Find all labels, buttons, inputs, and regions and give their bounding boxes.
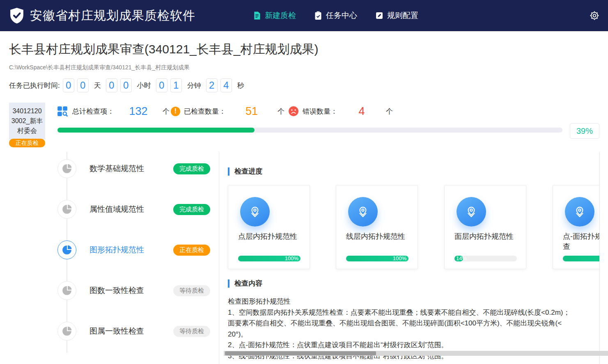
accent-bar — [228, 167, 229, 176]
village-tab[interactable]: 340121203002_新丰村委会 — [9, 103, 45, 140]
nav-label: 规则配置 — [387, 10, 418, 21]
timer-unit-day: 天 — [94, 81, 101, 90]
progress-percent-box: 39% — [570, 123, 599, 139]
page-title: 长丰县村庄规划成果审查(340121_长丰县_村庄规划成果) — [9, 41, 318, 58]
card-percent: 100% — [393, 256, 406, 261]
stage-status-badge: 等待质检 — [173, 285, 210, 296]
checklist-item-graphic-topology[interactable]: 图形拓扑规范性 正在质检 — [57, 240, 210, 259]
error-count-value: 4 — [337, 105, 386, 118]
settings-gear-icon[interactable] — [589, 10, 600, 21]
checklist-item-math-foundation[interactable]: 数学基础规范性 完成质检 — [57, 159, 210, 178]
stage-status-badge: 完成质检 — [173, 204, 210, 215]
timer-unit-hour: 小时 — [137, 81, 151, 90]
timer-digit: 0 — [106, 78, 117, 92]
section-title-check-progress: 检查进度 — [228, 167, 262, 176]
location-pin-icon — [457, 197, 486, 227]
accent-bar — [228, 279, 229, 288]
error-count-unit: 个 — [386, 107, 393, 116]
error-sad-face-icon — [288, 106, 299, 117]
timer-unit-minute: 分钟 — [187, 81, 201, 90]
stage-label: 属性值域规范性 — [89, 204, 173, 215]
shield-check-logo-icon — [9, 7, 25, 24]
location-pin-icon — [240, 197, 270, 227]
check-stage-list: 数学基础规范性 完成质检 属性值域规范性 完成质检 图形拓扑规范性 正在质检 图… — [57, 152, 210, 364]
progress-card-point-layer: 点层内拓扑规范性 100% — [228, 185, 310, 269]
nav-item-task-center[interactable]: 任务中心 — [314, 10, 357, 21]
location-pin-icon — [565, 197, 594, 227]
checked-count-value: 51 — [226, 105, 278, 118]
timer-digit: 0 — [77, 78, 89, 92]
timer-label: 任务已执行时间: — [9, 81, 60, 90]
detail-panel: 检查进度 点层内拓扑规范性 100% — [219, 152, 599, 364]
warning-exclamation-icon: ! — [171, 107, 180, 116]
nav-item-rule-config[interactable]: 规则配置 — [375, 10, 418, 21]
app-header: 安徽省村庄规划成果质检软件 新建质检 — [0, 0, 608, 31]
grid-search-icon — [56, 105, 69, 117]
content-line: 面要素不能自相交、不能出现重叠、不能出现组合图斑、不能出现碎面(面积<100平方… — [228, 318, 599, 329]
app-window: 安徽省村庄规划成果质检软件 新建质检 — [0, 0, 608, 364]
timer-digit: 0 — [63, 78, 74, 92]
stage-status-badge: 完成质检 — [173, 163, 210, 174]
content-line: 1、空间数据层内拓扑关系规范性检查：点要素不能出现重叠；线要素不能自相交、不能出… — [228, 307, 599, 318]
nav-label: 新建质检 — [265, 10, 296, 21]
stage-label: 图属一致性检查 — [89, 326, 173, 337]
card-progress-fill: 100% — [238, 256, 301, 261]
card-progress-bar: 100% — [346, 256, 408, 261]
card-progress-bar: 14% — [454, 256, 517, 261]
horizontal-scrollbar-thumb[interactable] — [225, 351, 376, 355]
timer-digit: 0 — [156, 78, 167, 92]
stage-label: 图数一致性检查 — [89, 285, 173, 296]
timer-unit-second: 秒 — [237, 81, 244, 90]
pie-chart-icon — [57, 322, 76, 341]
progress-card-point-polygon: 点-面拓扑规范性检查 — [553, 185, 599, 269]
elapsed-timer: 任务已执行时间: 0 0 天 0 0 小时 0 1 分钟 2 4 秒 — [9, 78, 246, 93]
stage-label: 图形拓扑规范性 — [89, 245, 173, 255]
nav-label: 任务中心 — [326, 10, 357, 21]
card-progress-bar — [563, 256, 599, 261]
card-label: 点-面拓扑规范性检查 — [563, 231, 599, 252]
content-line: 2、点-面拓扑规范性：点状重点建设项目不能超出“村级行政区划”范围。 — [228, 340, 599, 351]
card-percent: 14% — [456, 256, 467, 261]
stage-status-badge: 等待质检 — [173, 326, 210, 337]
pie-chart-icon — [57, 240, 76, 259]
clipboard-check-icon — [314, 11, 322, 20]
stage-status-badge: 正在质检 — [173, 245, 210, 256]
timer-digit: 0 — [120, 78, 132, 92]
document-icon — [253, 11, 261, 20]
progress-card-polygon-layer: 面层内拓扑规范性 14% — [444, 185, 526, 269]
total-checks-unit: 个 — [163, 107, 170, 116]
main-progress-bar — [57, 128, 562, 133]
pie-chart-icon — [57, 159, 76, 178]
timer-digit: 1 — [170, 78, 182, 92]
card-percent: 100% — [285, 256, 298, 261]
workspace-path: C:\WorkSpace\长丰县村庄规划成果审查/340121_长丰县_村庄规划… — [9, 64, 190, 71]
checklist-item-map-number-consistency[interactable]: 图数一致性检查 等待质检 — [57, 281, 210, 300]
right-scrollbar-line — [599, 152, 600, 364]
timer-digit: 2 — [206, 78, 218, 92]
pie-chart-icon — [57, 281, 76, 300]
total-checks-value: 132 — [114, 105, 163, 118]
top-nav: 新建质检 任务中心 规 — [253, 0, 418, 31]
main-progress-fill — [57, 128, 255, 133]
card-progress-fill: 100% — [346, 256, 408, 261]
card-progress-fill — [563, 256, 599, 261]
checked-count-label: 已检查数量： — [184, 107, 226, 116]
card-progress-bar: 100% — [238, 256, 301, 261]
section-title-check-content: 检查内容 — [228, 279, 262, 288]
timer-digit: 4 — [220, 78, 232, 92]
nav-item-new-inspection[interactable]: 新建质检 — [253, 10, 296, 21]
error-count-label: 错误数量： — [303, 107, 337, 116]
pen-config-icon — [375, 11, 383, 20]
checklist-item-map-attribute-consistency[interactable]: 图属一致性检查 等待质检 — [57, 322, 210, 341]
app-title: 安徽省村庄规划成果质检软件 — [30, 7, 195, 24]
card-label: 点层内拓扑规范性 — [238, 231, 304, 242]
horizontal-scrollbar-track[interactable] — [224, 351, 608, 356]
total-checks-label: 总计检查项： — [72, 107, 114, 116]
card-label: 线层内拓扑规范性 — [346, 231, 412, 242]
content-line: 检查图形拓扑规范性 — [228, 296, 599, 307]
checklist-item-attribute-domain[interactable]: 属性值域规范性 完成质检 — [57, 200, 210, 219]
stats-row: 总计检查项： 132 个 ! 已检查数量： 51 个 错误数量： 4 个 — [56, 104, 393, 119]
pie-chart-icon — [57, 200, 76, 219]
checked-count-unit: 个 — [278, 107, 284, 116]
card-progress-fill: 14% — [454, 256, 463, 261]
